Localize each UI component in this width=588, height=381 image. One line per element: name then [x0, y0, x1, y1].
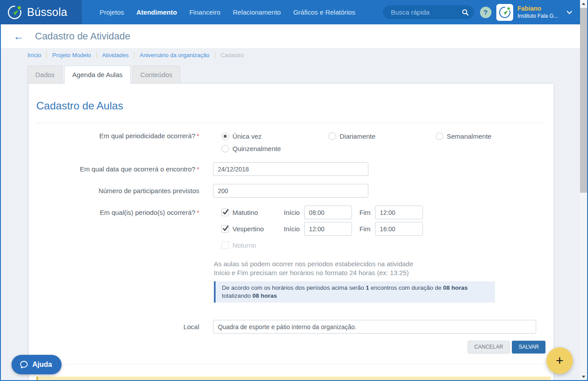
chat-bubble-icon — [19, 360, 28, 369]
top-navbar: Bússola Projetos Atendimento Financeiro … — [0, 0, 580, 24]
checkmark-icon — [222, 225, 229, 232]
alert-strip-partial — [36, 377, 551, 380]
user-name: Fabiano — [518, 5, 558, 13]
periodicity-label: Em qual periodicidade ocorrerá?* — [36, 131, 213, 156]
radio-semanalmente[interactable]: Semanalmente — [436, 131, 543, 141]
period-name: Matutino — [232, 209, 284, 216]
period-name: Noturno — [232, 241, 284, 249]
breadcrumb-projeto-modelo[interactable]: Projeto Modelo — [47, 52, 97, 58]
breadcrumb-atividades[interactable]: Atividades — [97, 52, 135, 58]
scrollbar-thumb[interactable] — [580, 8, 587, 193]
vespertino-fim-input[interactable] — [375, 222, 423, 236]
fim-label: Fim — [360, 225, 371, 233]
field-participants: Número de participantes previstos — [36, 184, 545, 198]
save-button[interactable]: SALVAR — [512, 341, 545, 354]
window-border-left — [0, 24, 1, 381]
search-input[interactable] — [390, 8, 462, 16]
radio-quinzenalmente[interactable]: Quinzenalmente — [221, 144, 329, 153]
required-asterisk: * — [197, 132, 199, 140]
radio-diariamente[interactable]: Diariamente — [329, 131, 436, 141]
inicio-label: Início — [284, 209, 300, 216]
checkbox-noturno[interactable] — [221, 241, 229, 249]
field-periodicity: Em qual periodicidade ocorrerá?* Única v… — [36, 131, 545, 156]
ajuda-button[interactable]: Ajuda — [12, 355, 62, 374]
field-date: Em qual data que ocorrerá o encontro?* — [36, 162, 545, 176]
menu-item-projetos[interactable]: Projetos — [93, 0, 130, 24]
local-label: Local — [36, 320, 213, 334]
tab-dados[interactable]: Dados — [27, 66, 62, 84]
breadcrumb-inicio[interactable]: Início — [27, 52, 47, 58]
section-divider — [36, 364, 545, 365]
magnifier-icon[interactable] — [462, 9, 469, 16]
triangle-down-icon — [582, 376, 585, 378]
checkmark-icon — [222, 208, 229, 215]
matutino-inicio-input[interactable] — [304, 206, 352, 219]
vertical-scrollbar — [580, 0, 587, 380]
add-fab-button[interactable]: + — [546, 347, 573, 374]
radio-icon — [436, 132, 443, 140]
menu-item-relacionamento[interactable]: Relacionamento — [227, 0, 287, 24]
tab-conteudos[interactable]: Conteúdos — [132, 66, 181, 84]
form-heading: Cadastro de Aulas — [36, 100, 545, 112]
quick-search — [383, 5, 474, 19]
field-local: Local — [36, 320, 545, 334]
app-window: Bússola Projetos Atendimento Financeiro … — [0, 0, 588, 381]
period-row-vespertino: Vespertino Início Fim — [213, 222, 545, 236]
menu-item-atendimento[interactable]: Atendimento — [130, 0, 183, 24]
radio-icon — [329, 132, 336, 140]
scroll-down-arrow[interactable] — [580, 373, 587, 380]
periodicity-options: Única vez Diariamente Semanalmente Quinz… — [213, 131, 545, 156]
required-asterisk: * — [197, 209, 199, 216]
back-arrow-icon[interactable]: ← — [13, 31, 24, 42]
main-menu: Projetos Atendimento Financeiro Relacion… — [93, 0, 361, 24]
date-input[interactable] — [213, 162, 368, 176]
period-row-matutino: Matutino Início Fim — [213, 206, 545, 219]
field-periods: Em qual(is) periodo(s) ocorrerá?* Matuti… — [36, 206, 545, 255]
helper-line-2: Início e Fim precisam ser horários no fo… — [214, 268, 545, 277]
participants-input[interactable] — [213, 184, 368, 198]
required-asterisk: * — [197, 165, 199, 173]
menu-item-financeiro[interactable]: Financeiro — [183, 0, 227, 24]
compass-arrow-icon — [7, 4, 23, 20]
periods-helper-text: As aulas só podem ocorrer nos periodos e… — [214, 260, 545, 277]
help-icon[interactable]: ? — [480, 7, 491, 18]
local-input[interactable] — [213, 320, 536, 334]
periods-rows: Matutino Início Fim Vespertino Início — [213, 206, 545, 255]
checkbox-matutino[interactable] — [221, 209, 229, 216]
triangle-up-icon — [582, 3, 585, 5]
ajuda-label: Ajuda — [32, 361, 52, 369]
user-menu[interactable]: Fabiano Instituto Fala G... — [518, 5, 558, 19]
period-row-noturno: Noturno — [213, 238, 545, 252]
brand-name: Bússola — [27, 6, 67, 19]
checkbox-vespertino[interactable] — [221, 225, 229, 233]
plus-icon: + — [556, 353, 564, 368]
inicio-label: Início — [284, 225, 300, 233]
radio-unica-vez[interactable]: Única vez — [221, 131, 329, 141]
page-header: ← Cadastro de Atividade — [1, 24, 580, 49]
matutino-fim-input[interactable] — [375, 206, 423, 219]
brand-logo[interactable]: Bússola — [0, 0, 82, 24]
form-panel: Cadastro de Aulas Em qual periodicidade … — [29, 84, 553, 380]
breadcrumb: Início Projeto Modelo Atividades Anivers… — [27, 52, 249, 58]
page-title: Cadastro de Atividade — [35, 31, 130, 42]
fim-label: Fim — [360, 209, 371, 216]
compass-arrow-icon — [498, 6, 511, 19]
user-organization: Instituto Fala G... — [518, 13, 558, 19]
radio-icon — [221, 145, 229, 152]
helper-line-1: As aulas só podem ocorrer nos periodos e… — [214, 260, 545, 268]
avatar[interactable] — [496, 4, 513, 21]
breadcrumb-aniversario[interactable]: Aniversário da organização — [135, 52, 216, 58]
periods-label: Em qual(is) periodo(s) ocorrerá?* — [36, 206, 213, 255]
period-name: Vespertino — [232, 225, 284, 233]
menu-item-graficos-relatorios[interactable]: Gráficos e Relatórios — [287, 0, 361, 24]
tab-strip: Dados Agenda de Aulas Conteúdos — [27, 66, 180, 84]
vespertino-inicio-input[interactable] — [304, 222, 352, 236]
scroll-up-arrow[interactable] — [580, 0, 587, 8]
date-label: Em qual data que ocorrerá o encontro?* — [36, 162, 213, 176]
cancel-button[interactable]: CANCELAR — [468, 341, 510, 354]
schedule-summary-info: De acordo com os horários dos períodos a… — [214, 281, 495, 303]
breadcrumb-current: Cadastro — [215, 52, 249, 58]
chevron-down-icon[interactable] — [567, 11, 572, 14]
tab-agenda-de-aulas[interactable]: Agenda de Aulas — [64, 66, 130, 84]
form-actions: CANCELAR SALVAR — [36, 341, 545, 354]
